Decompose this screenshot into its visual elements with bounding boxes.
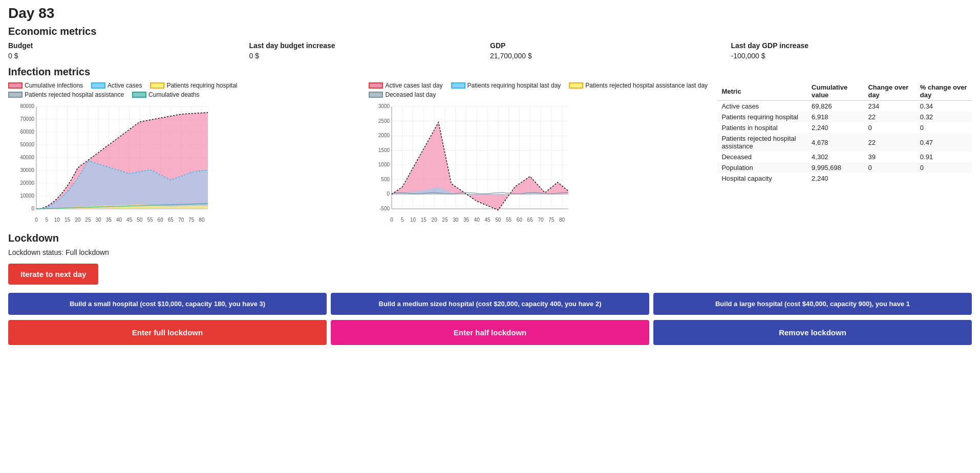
cell-metric: Patients requiring hospital — [717, 112, 807, 122]
legend-color-rejected-last — [569, 82, 583, 89]
enter-half-lockdown-button[interactable]: Enter half lockdown — [331, 320, 649, 345]
budget-value: 0 $ — [8, 52, 249, 60]
right-legend: Active cases last day Patients requiring… — [369, 82, 709, 98]
last-day-gdp-item: Last day GDP increase -100,000 $ — [731, 41, 972, 60]
last-day-budget-value: 0 $ — [249, 52, 491, 60]
table-row: Patients in hospital 2,240 0 0 — [717, 122, 972, 133]
legend-active-cases-last-day: Active cases last day — [369, 82, 442, 89]
cell-cumulative: 69,826 — [807, 101, 864, 112]
cell-cumulative: 2,240 — [807, 122, 864, 133]
lockdown-status: Lockdown status: Full lockdown — [8, 248, 972, 256]
legend-cumulative-infections: Cumulative infections — [8, 82, 83, 89]
iterate-button[interactable]: Iterate to next day — [8, 264, 98, 285]
legend-label-deaths: Cumulative deaths — [148, 91, 199, 98]
col-cumulative: Cumulative value — [807, 82, 864, 101]
table-row: Active cases 69,826 234 0.34 — [717, 101, 972, 112]
cell-pct-change: 0 — [916, 122, 972, 133]
cell-change: 0 — [864, 122, 915, 133]
left-chart-container: Cumulative infections Active cases Patie… — [8, 82, 360, 224]
build-small-hospital-button[interactable]: Build a small hospital (cost $10,000, ca… — [8, 293, 327, 315]
legend-deceased-last-day: Deceased last day — [369, 91, 436, 98]
cell-metric: Patients rejected hospital assistance — [717, 133, 807, 152]
legend-patients-hospital: Patients requiring hospital — [150, 82, 237, 89]
lockdown-title: Lockdown — [8, 232, 972, 244]
cell-change — [864, 173, 915, 184]
legend-color-rejected — [8, 92, 23, 98]
right-chart-container: Active cases last day Patients requiring… — [369, 82, 709, 224]
last-day-gdp-label: Last day GDP increase — [731, 41, 972, 50]
legend-rejected-last-day: Patients rejected hospital assistance la… — [569, 82, 708, 89]
cell-change: 234 — [864, 101, 915, 112]
cell-metric: Deceased — [717, 152, 807, 162]
legend-label-rejected: Patients rejected hospital assistance — [25, 91, 124, 98]
right-chart-canvas — [369, 101, 573, 224]
legend-label-rejected-last: Patients rejected hospital assistance la… — [585, 82, 708, 89]
legend-label-hospital: Patients requiring hospital — [166, 82, 237, 89]
cell-metric: Hospital capacity — [717, 173, 807, 184]
legend-label-cumulative: Cumulative infections — [25, 82, 83, 89]
metrics-data-table: Metric Cumulative value Change over day … — [717, 82, 972, 184]
cell-pct-change — [916, 173, 972, 184]
cell-cumulative: 9,995,698 — [807, 162, 864, 173]
infection-section: Infection metrics Cumulative infections … — [8, 66, 972, 224]
cell-cumulative: 4,302 — [807, 152, 864, 162]
last-day-gdp-value: -100,000 $ — [731, 52, 972, 60]
last-day-budget-item: Last day budget increase 0 $ — [249, 41, 491, 60]
economic-title: Economic metrics — [8, 26, 972, 37]
cell-pct-change: 0.91 — [916, 152, 972, 162]
last-day-budget-label: Last day budget increase — [249, 41, 491, 50]
legend-color-active — [91, 82, 105, 89]
legend-cumulative-deaths: Cumulative deaths — [132, 91, 199, 98]
lockdown-section: Lockdown Lockdown status: Full lockdown … — [8, 232, 972, 345]
metrics-table: Metric Cumulative value Change over day … — [717, 82, 972, 184]
gdp-item: GDP 21,700,000 $ — [490, 41, 731, 60]
build-large-hospital-button[interactable]: Build a large hospital (cost $40,000, ca… — [653, 293, 972, 315]
build-medium-hospital-button[interactable]: Build a medium sized hospital (cost $20,… — [331, 293, 649, 315]
legend-active-cases: Active cases — [91, 82, 142, 89]
cell-pct-change: 0.32 — [916, 112, 972, 122]
enter-full-lockdown-button[interactable]: Enter full lockdown — [8, 320, 327, 345]
remove-lockdown-button[interactable]: Remove lockdown — [653, 320, 972, 345]
legend-label-active: Active cases — [108, 82, 142, 89]
legend-color-active-last — [369, 82, 383, 89]
col-metric: Metric — [717, 82, 807, 101]
gdp-label: GDP — [490, 41, 731, 50]
cell-change: 22 — [864, 133, 915, 152]
table-row: Patients requiring hospital 6,918 22 0.3… — [717, 112, 972, 122]
col-change: Change over day — [864, 82, 915, 101]
infection-title: Infection metrics — [8, 66, 972, 78]
economic-grid: Budget 0 $ Last day budget increase 0 $ … — [8, 41, 972, 60]
charts-and-table: Cumulative infections Active cases Patie… — [8, 82, 972, 224]
legend-color-hospital-last — [451, 82, 465, 89]
table-row: Population 9,995,698 0 0 — [717, 162, 972, 173]
legend-patients-hospital-last-day: Patients requiring hospital last day — [451, 82, 561, 89]
legend-color-hospital — [150, 82, 164, 89]
budget-item: Budget 0 $ — [8, 41, 249, 60]
legend-color-deceased-last — [369, 92, 383, 98]
legend-color-cumulative — [8, 82, 23, 89]
page-title: Day 83 — [8, 5, 972, 22]
legend-label-active-last: Active cases last day — [385, 82, 442, 89]
left-legend: Cumulative infections Active cases Patie… — [8, 82, 360, 98]
lockdown-buttons: Enter full lockdown Enter half lockdown … — [8, 320, 972, 345]
table-row: Hospital capacity 2,240 — [717, 173, 972, 184]
cell-cumulative: 4,678 — [807, 133, 864, 152]
cell-cumulative: 6,918 — [807, 112, 864, 122]
cell-change: 0 — [864, 162, 915, 173]
cell-metric: Patients in hospital — [717, 122, 807, 133]
hospital-buttons: Build a small hospital (cost $10,000, ca… — [8, 293, 972, 315]
cell-pct-change: 0.47 — [916, 133, 972, 152]
cell-metric: Population — [717, 162, 807, 173]
cell-pct-change: 0.34 — [916, 101, 972, 112]
legend-label-deceased-last: Deceased last day — [385, 91, 436, 98]
gdp-value: 21,700,000 $ — [490, 52, 731, 60]
budget-label: Budget — [8, 41, 249, 50]
economic-section: Economic metrics Budget 0 $ Last day bud… — [8, 26, 972, 60]
left-chart-canvas — [8, 101, 213, 224]
table-row: Patients rejected hospital assistance 4,… — [717, 133, 972, 152]
cell-pct-change: 0 — [916, 162, 972, 173]
cell-change: 39 — [864, 152, 915, 162]
legend-color-deaths — [132, 92, 146, 98]
table-row: Deceased 4,302 39 0.91 — [717, 152, 972, 162]
cell-change: 22 — [864, 112, 915, 122]
